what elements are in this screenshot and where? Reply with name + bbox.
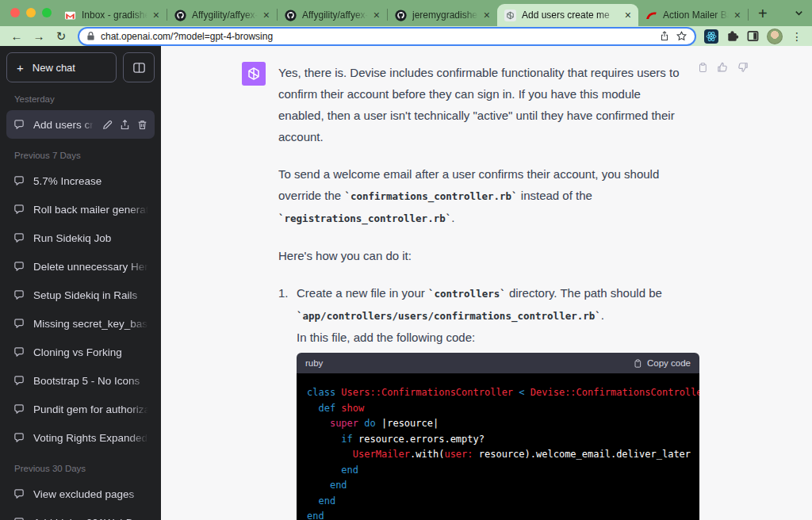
code-line: class Users::ConfirmationsController < D…: [307, 385, 689, 401]
tab-close-icon[interactable]: ×: [373, 10, 380, 21]
chat-bubble-icon: [13, 174, 25, 187]
chat-bubble-icon: [13, 346, 25, 358]
list-item-text: Create a new file in your `controllers` …: [297, 282, 699, 327]
bookmark-star-icon[interactable]: [676, 30, 688, 42]
conversation-item[interactable]: View excluded pages: [6, 480, 155, 508]
conversation-title: Delete unnecessary Heroku Re: [33, 261, 148, 273]
chat-bubble-icon: [13, 403, 25, 415]
sidebar-section-label: Previous 7 Days: [6, 139, 155, 166]
code-block-header: ruby Copy code: [297, 353, 699, 373]
react-devtools-extension-icon[interactable]: [704, 29, 718, 44]
conversation-item[interactable]: Delete unnecessary Heroku Re: [6, 252, 155, 281]
browser-profile-avatar[interactable]: [767, 29, 783, 44]
text-run: directory. The path should be: [506, 286, 662, 300]
github-favicon-icon: [174, 10, 186, 21]
thumbs-up-button[interactable]: [716, 61, 729, 74]
conversation-title: Bootstrap 5 - No Icons: [33, 375, 148, 387]
close-window-button[interactable]: [10, 8, 20, 17]
copy-code-label: Copy code: [647, 353, 691, 374]
share-icon[interactable]: [659, 30, 670, 42]
side-panel-icon[interactable]: [746, 29, 760, 43]
conversation-item[interactable]: Roll back mailer generation: [6, 195, 155, 224]
new-chat-button[interactable]: + New chat: [6, 52, 117, 82]
tab-close-icon[interactable]: ×: [153, 10, 159, 21]
code-line: def show: [307, 401, 689, 417]
tab-close-icon[interactable]: ×: [734, 10, 741, 21]
conversation-item[interactable]: Missing secret_key_base Solut: [6, 309, 155, 338]
conversation-title: 5.7% Increase: [33, 175, 148, 187]
copy-code-button[interactable]: Copy code: [633, 353, 691, 374]
assistant-message: Yes, there is. Devise includes confirmab…: [242, 62, 812, 520]
forward-button[interactable]: →: [30, 30, 48, 42]
tab-title: Affygility/affyex-dev: [192, 10, 258, 21]
github-favicon-icon: [395, 10, 407, 21]
maximize-window-button[interactable]: [42, 8, 52, 17]
thumbs-down-button[interactable]: [737, 61, 749, 74]
text-run: In this file, add the following code:: [297, 331, 475, 344]
puzzle-extensions-icon[interactable]: [726, 29, 739, 43]
code-line: end: [307, 494, 689, 510]
conversation-item[interactable]: Voting Rights Expanded: [6, 423, 155, 452]
tab-close-icon[interactable]: ×: [625, 10, 631, 21]
code-line: UserMailer.with(user: resource).welcome_…: [307, 447, 689, 463]
browser-tab[interactable]: Affygility/affyex-dev×: [278, 4, 387, 26]
conversation-item[interactable]: Add users create me: [6, 110, 155, 139]
inline-code: `controllers`: [428, 288, 506, 300]
code-line: end: [307, 478, 689, 494]
conversation-item[interactable]: Pundit gem for authorization.: [6, 395, 155, 423]
browser-tab[interactable]: Add users create me×: [497, 4, 638, 26]
text-run: .: [451, 211, 454, 224]
lock-icon: [86, 31, 95, 41]
conversation-item[interactable]: Setup Sidekiq in Rails: [6, 281, 155, 309]
back-button[interactable]: ←: [8, 30, 25, 42]
code-line: end: [307, 509, 689, 520]
code-line: if resource.errors.empty?: [307, 432, 689, 448]
conversation-sidebar: + New chat YesterdayAdd users create meP…: [0, 46, 161, 520]
tab-title: Action Mailer Basics: [663, 10, 729, 21]
browser-tab[interactable]: jeremygradisher (Je×: [388, 4, 497, 26]
sidebar-section-label: Yesterday: [6, 82, 155, 110]
text-run: Create a new file in your: [297, 286, 428, 300]
message-content: Yes, there is. Devise includes confirmab…: [278, 62, 684, 520]
paragraph: To send a welcome email after a user con…: [278, 163, 684, 229]
chat-bubble-icon: [13, 289, 25, 301]
chat-bubble-icon: [13, 516, 25, 520]
message-actions: [697, 61, 749, 74]
tab-close-icon[interactable]: ×: [263, 10, 270, 21]
conversation-item[interactable]: Add Links: 231WebDev, etc.: [6, 508, 155, 520]
tab-title: Affygility/affyex-dev: [302, 10, 368, 21]
new-tab-button[interactable]: +: [749, 6, 776, 26]
conversation-item[interactable]: Cloning vs Forking: [6, 338, 155, 366]
chat-main: Yes, there is. Devise includes confirmab…: [161, 46, 812, 520]
address-bar[interactable]: chat.openai.com/?model=gpt-4-browsing: [79, 29, 695, 44]
conversation-item[interactable]: Run Sidekiq Job: [6, 224, 155, 252]
browser-toolbar: ← → ↻ chat.openai.com/?model=gpt-4-brows…: [0, 26, 812, 46]
chat-bubble-icon: [13, 231, 25, 244]
conversation-title: Pundit gem for authorization.: [33, 403, 148, 415]
conversation-item[interactable]: Bootstrap 5 - No Icons: [6, 366, 155, 395]
chevron-down-icon[interactable]: [794, 8, 804, 18]
collapse-sidebar-button[interactable]: [123, 52, 155, 82]
copy-message-button[interactable]: [697, 61, 708, 74]
list-number: 1.: [278, 282, 297, 520]
rename-pencil-icon[interactable]: [102, 119, 113, 131]
chat-bubble-icon: [13, 431, 25, 444]
share-conversation-icon[interactable]: [119, 119, 131, 131]
tab-strip: Inbox - gradisher@a×Affygility/affyex-de…: [0, 0, 812, 26]
browser-tab[interactable]: Affygility/affyex-dev×: [167, 4, 277, 26]
reload-button[interactable]: ↻: [52, 30, 70, 42]
text-run: .: [601, 308, 604, 322]
browser-tab[interactable]: Inbox - gradisher@a×: [57, 4, 167, 26]
conversation-title: Setup Sidekiq in Rails: [33, 289, 148, 301]
openai-logo-icon: [246, 66, 262, 82]
delete-trash-icon[interactable]: [136, 119, 148, 131]
browser-menu-kebab-icon[interactable]: ⋮: [790, 30, 804, 43]
conversation-item[interactable]: 5.7% Increase: [6, 166, 155, 195]
tab-title: Add users create me: [522, 10, 619, 21]
new-chat-label: New chat: [33, 62, 75, 74]
tab-close-icon[interactable]: ×: [484, 10, 490, 21]
url-text: chat.openai.com/?model=gpt-4-browsing: [101, 31, 653, 42]
list-item-text: In this file, add the following code:: [297, 327, 699, 348]
browser-tab[interactable]: Action Mailer Basics×: [638, 4, 748, 26]
minimize-window-button[interactable]: [26, 8, 36, 17]
